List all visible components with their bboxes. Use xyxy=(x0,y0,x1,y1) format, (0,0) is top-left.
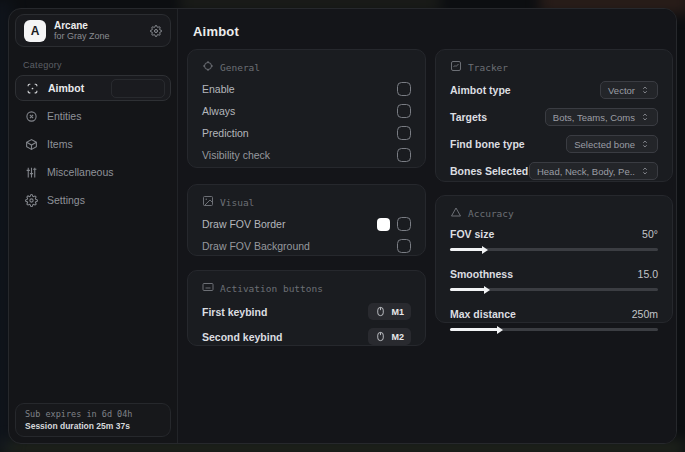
setting-row-max-distance: Max distance 250m xyxy=(450,304,658,338)
slider-value: 250m xyxy=(632,308,658,320)
slider-fill xyxy=(450,288,485,291)
tracker-card: Tracker Aimbot type Vector Targets Bots,… xyxy=(435,49,673,182)
sidebar-nav: Aimbot Entities Items Miscellaneous xyxy=(9,74,177,214)
setting-row-bones-selected: Bones Selected Head, Neck, Body, Pe.. xyxy=(450,159,658,183)
crosshair-scan-icon xyxy=(26,82,39,95)
app-logo: A xyxy=(24,20,46,42)
setting-label: Enable xyxy=(202,83,235,95)
always-checkbox[interactable] xyxy=(397,104,411,118)
keybind-value: M2 xyxy=(391,332,404,342)
setting-row-draw-fov-border: Draw FOV Border xyxy=(202,213,411,235)
card-title: Visual xyxy=(220,197,254,208)
sidebar-item-label: Entities xyxy=(47,110,81,122)
package-icon xyxy=(25,138,38,151)
session-duration-text: Session duration 25m 37s xyxy=(25,421,161,431)
bones-selected-select[interactable]: Head, Neck, Body, Pe.. xyxy=(529,162,658,180)
setting-label: Bones Selected xyxy=(450,165,528,177)
draw-fov-background-checkbox[interactable] xyxy=(397,239,411,253)
setting-label: Max distance xyxy=(450,308,516,320)
card-title: General xyxy=(220,62,260,73)
visual-card: Visual Draw FOV Border Draw FOV Backgrou… xyxy=(187,184,426,256)
setting-row-aimbot-type: Aimbot type Vector xyxy=(450,78,658,102)
setting-row-targets: Targets Bots, Teams, Coms xyxy=(450,105,658,129)
smoothness-slider[interactable] xyxy=(450,288,658,291)
card-title: Tracker xyxy=(468,62,508,73)
card-title: Accuracy xyxy=(468,208,514,219)
sidebar-item-label: Aimbot xyxy=(48,82,84,94)
select-value: Selected bone xyxy=(574,139,635,150)
app-name: Arcane xyxy=(54,20,142,32)
first-keybind-button[interactable]: M1 xyxy=(368,303,411,320)
fov-size-slider[interactable] xyxy=(450,248,658,251)
aimbot-type-select[interactable]: Vector xyxy=(600,81,658,99)
setting-label: Targets xyxy=(450,111,487,123)
crosshair-icon xyxy=(202,60,214,74)
setting-row-second-keybind: Second keybind M2 xyxy=(202,324,411,349)
gear-icon[interactable] xyxy=(150,25,162,37)
slider-fill xyxy=(450,248,483,251)
setting-label: Find bone type xyxy=(450,138,525,150)
setting-row-smoothness: Smoothness 15.0 xyxy=(450,264,658,298)
sidebar-item-aimbot[interactable]: Aimbot xyxy=(15,75,171,101)
setting-row-enable: Enable xyxy=(202,78,411,100)
triangle-icon xyxy=(450,206,462,220)
mouse-icon xyxy=(375,306,386,317)
sidebar-item-entities[interactable]: Entities xyxy=(15,103,171,129)
fov-border-color-swatch[interactable] xyxy=(377,218,390,231)
setting-label: First keybind xyxy=(202,306,267,318)
accuracy-card: Accuracy FOV size 50° Smoothness 15.0 xyxy=(435,195,673,323)
chevrons-up-down-icon xyxy=(640,139,650,149)
max-distance-slider[interactable] xyxy=(450,328,658,331)
gear-icon xyxy=(25,194,38,207)
mouse-icon xyxy=(375,331,386,342)
sidebar: A Arcane for Gray Zone Category Aimbot xyxy=(9,9,178,443)
brand-card: A Arcane for Gray Zone xyxy=(15,14,171,47)
setting-row-visibility-check: Visibility check xyxy=(202,144,411,166)
card-title: Activation buttons xyxy=(220,283,323,294)
select-value: Head, Neck, Body, Pe.. xyxy=(537,166,635,177)
select-value: Vector xyxy=(608,85,635,96)
setting-label: Draw FOV Background xyxy=(202,240,310,252)
sidebar-item-miscellaneous[interactable]: Miscellaneous xyxy=(15,159,171,185)
cheat-menu-window: A Arcane for Gray Zone Category Aimbot xyxy=(8,8,677,444)
chevrons-up-down-icon xyxy=(640,85,650,95)
image-icon xyxy=(202,195,214,209)
second-keybind-button[interactable]: M2 xyxy=(368,328,411,345)
slider-value: 15.0 xyxy=(638,268,658,280)
setting-label: Prediction xyxy=(202,127,249,139)
setting-row-find-bone-type: Find bone type Selected bone xyxy=(450,132,658,156)
setting-label: Always xyxy=(202,105,235,117)
activation-buttons-card: Activation buttons First keybind M1 Seco… xyxy=(187,270,426,346)
keybind-value: M1 xyxy=(391,307,404,317)
sub-expires-text: Sub expires in 6d 04h xyxy=(25,409,161,419)
chevrons-up-down-icon xyxy=(640,166,650,176)
setting-row-prediction: Prediction xyxy=(202,122,411,144)
targets-select[interactable]: Bots, Teams, Coms xyxy=(545,108,658,126)
setting-label: FOV size xyxy=(450,228,494,240)
setting-row-first-keybind: First keybind M1 xyxy=(202,299,411,324)
setting-row-draw-fov-background: Draw FOV Background xyxy=(202,235,411,257)
ghost-watermark xyxy=(111,79,165,98)
sidebar-item-label: Miscellaneous xyxy=(47,166,114,178)
sidebar-item-items[interactable]: Items xyxy=(15,131,171,157)
keyboard-icon xyxy=(202,281,214,295)
main-content: Aimbot General Enable Always Predi xyxy=(178,9,676,443)
entities-icon xyxy=(25,110,38,123)
sidebar-item-label: Settings xyxy=(47,194,85,206)
general-card: General Enable Always Prediction Visibil… xyxy=(187,49,426,168)
enable-checkbox[interactable] xyxy=(397,82,411,96)
slider-value: 50° xyxy=(642,228,658,240)
sidebar-item-label: Items xyxy=(47,138,73,150)
visibility-check-checkbox[interactable] xyxy=(397,148,411,162)
slider-fill xyxy=(450,328,498,331)
draw-fov-border-checkbox[interactable] xyxy=(397,217,411,231)
setting-row-always: Always xyxy=(202,100,411,122)
category-label: Category xyxy=(23,60,177,70)
select-value: Bots, Teams, Coms xyxy=(553,112,635,123)
setting-label: Smoothness xyxy=(450,268,513,280)
setting-label: Second keybind xyxy=(202,331,283,343)
setting-label: Aimbot type xyxy=(450,84,511,96)
find-bone-type-select[interactable]: Selected bone xyxy=(566,135,658,153)
prediction-checkbox[interactable] xyxy=(397,126,411,140)
sidebar-item-settings[interactable]: Settings xyxy=(15,187,171,213)
